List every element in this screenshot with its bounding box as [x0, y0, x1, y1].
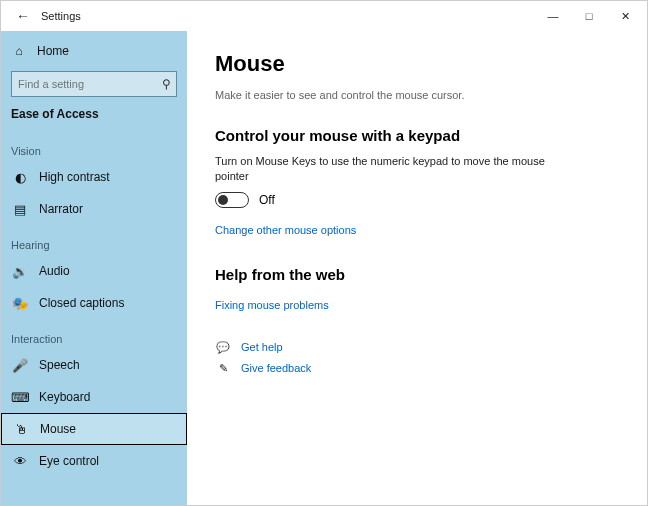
get-help-icon: 💬 — [215, 341, 231, 354]
mouse-icon: 🖱 — [12, 422, 30, 437]
section-desc-keypad: Turn on Mouse Keys to use the numeric ke… — [215, 154, 575, 184]
section-heading-keypad: Control your mouse with a keypad — [215, 127, 619, 144]
sidebar-item-high-contrast[interactable]: ◐ High contrast — [1, 161, 187, 193]
sidebar-group-interaction: Interaction — [1, 319, 187, 349]
sidebar-item-eye-control[interactable]: 👁 Eye control — [1, 445, 187, 477]
sidebar-category: Ease of Access — [1, 105, 187, 131]
section-heading-help-web: Help from the web — [215, 266, 619, 283]
sidebar-item-label: Speech — [39, 358, 80, 372]
sidebar-item-mouse[interactable]: 🖱 Mouse — [1, 413, 187, 445]
sidebar-item-label: Keyboard — [39, 390, 90, 404]
main-content: Mouse Make it easier to see and control … — [187, 31, 647, 506]
link-get-help[interactable]: Get help — [241, 341, 283, 353]
sidebar-item-label: High contrast — [39, 170, 110, 184]
link-change-mouse-options[interactable]: Change other mouse options — [215, 224, 356, 236]
speech-icon: 🎤 — [11, 358, 29, 373]
back-icon[interactable]: ← — [11, 8, 35, 24]
sidebar-item-label: Narrator — [39, 202, 83, 216]
narrator-icon: ▤ — [11, 202, 29, 217]
keyboard-icon: ⌨ — [11, 390, 29, 405]
sidebar-item-label: Mouse — [40, 422, 76, 436]
feedback-icon: ✎ — [215, 362, 231, 375]
minimize-button[interactable]: ― — [535, 2, 571, 30]
close-button[interactable]: ✕ — [607, 2, 643, 30]
sidebar-item-keyboard[interactable]: ⌨ Keyboard — [1, 381, 187, 413]
sidebar: ⌂ Home ⚲ Ease of Access Vision ◐ High co… — [1, 31, 187, 506]
sidebar-group-vision: Vision — [1, 131, 187, 161]
sidebar-item-home[interactable]: ⌂ Home — [1, 37, 187, 65]
sidebar-item-speech[interactable]: 🎤 Speech — [1, 349, 187, 381]
high-contrast-icon: ◐ — [11, 170, 29, 185]
search-icon: ⚲ — [162, 77, 171, 91]
home-icon: ⌂ — [11, 44, 27, 58]
page-subtitle: Make it easier to see and control the mo… — [215, 89, 619, 101]
title-bar: ← Settings ― □ ✕ — [1, 1, 647, 31]
mouse-keys-toggle-state: Off — [259, 193, 275, 207]
sidebar-home-label: Home — [37, 44, 69, 58]
sidebar-item-label: Closed captions — [39, 296, 124, 310]
closed-caption-icon: 🎭 — [11, 296, 29, 311]
maximize-button[interactable]: □ — [571, 2, 607, 30]
sidebar-item-closed-captions[interactable]: 🎭 Closed captions — [1, 287, 187, 319]
sidebar-item-label: Audio — [39, 264, 70, 278]
eye-icon: 👁 — [11, 454, 29, 469]
sidebar-item-label: Eye control — [39, 454, 99, 468]
link-fixing-mouse-problems[interactable]: Fixing mouse problems — [215, 299, 329, 311]
link-give-feedback[interactable]: Give feedback — [241, 362, 311, 374]
mouse-keys-toggle[interactable] — [215, 192, 249, 208]
page-title: Mouse — [215, 51, 619, 77]
sidebar-group-hearing: Hearing — [1, 225, 187, 255]
sidebar-item-narrator[interactable]: ▤ Narrator — [1, 193, 187, 225]
window-title: Settings — [41, 10, 81, 22]
sidebar-item-audio[interactable]: 🔉 Audio — [1, 255, 187, 287]
audio-icon: 🔉 — [11, 264, 29, 279]
search-input[interactable] — [11, 71, 177, 97]
